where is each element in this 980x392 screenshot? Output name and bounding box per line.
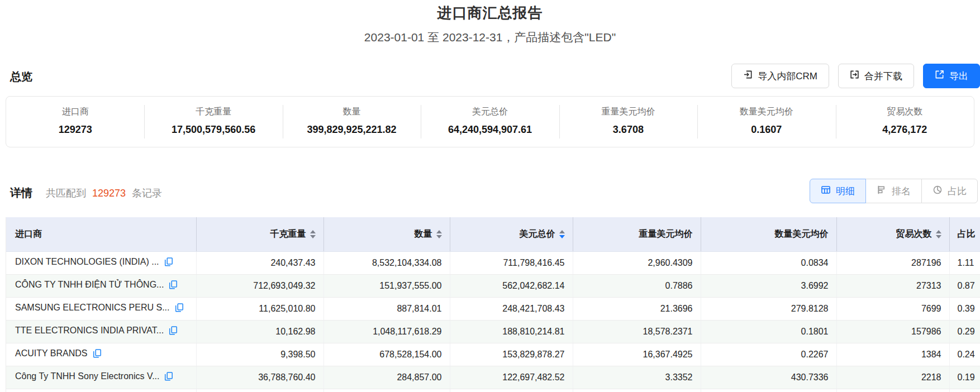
cell-trade-count: 157986 bbox=[836, 320, 949, 343]
stat-label: 贸易次数 bbox=[836, 106, 974, 118]
importers-table-container: 进口商 千克重量 数量 美元总价 重量美元均价 数量美元均价 贸易次数 占比 D… bbox=[6, 217, 980, 392]
col-label: 贸易次数 bbox=[896, 229, 932, 238]
tab-share-label: 占比 bbox=[948, 185, 967, 198]
match-suffix: 条记录 bbox=[132, 188, 162, 199]
table-row: DIXON TECHNOLOGIES (INDIA) ... 240,437.4… bbox=[6, 251, 980, 274]
cell-trade-count: 7699 bbox=[836, 297, 949, 320]
col-label: 千克重量 bbox=[270, 229, 306, 238]
copy-icon[interactable] bbox=[169, 326, 178, 337]
merge-download-label: 合并下载 bbox=[864, 70, 902, 83]
stat-importers: 进口商 129273 bbox=[6, 97, 144, 147]
cell-trade-count: 2218 bbox=[836, 366, 949, 389]
cell-kg-weight: 712,693,049.32 bbox=[196, 274, 324, 297]
sort-icon bbox=[936, 230, 941, 238]
stat-value: 399,829,925,221.82 bbox=[283, 124, 421, 136]
importer-name: DIXON TECHNOLOGIES (INDIA) ... bbox=[15, 257, 159, 266]
cell-kg-weight: 240,437.43 bbox=[196, 251, 324, 274]
stat-label: 美元总价 bbox=[421, 106, 559, 118]
overview-stats-card: 进口商 129273 千克重量 17,500,579,560.56 数量 399… bbox=[6, 96, 974, 147]
copy-icon[interactable] bbox=[93, 348, 102, 360]
cell-trade-count: 1384 bbox=[836, 343, 949, 366]
stat-value: 129273 bbox=[6, 124, 144, 136]
tab-detail[interactable]: 明细 bbox=[810, 179, 866, 203]
cell-quantity: 1,048,117,618.29 bbox=[324, 320, 450, 343]
col-label: 进口商 bbox=[15, 229, 42, 238]
cell-share: 0.29 bbox=[949, 320, 980, 343]
cell-usd-per-kg: 16,367.4925 bbox=[573, 343, 701, 366]
cell-usd-per-qty: 279.8128 bbox=[701, 297, 836, 320]
copy-icon[interactable] bbox=[164, 371, 173, 383]
stat-label: 千克重量 bbox=[144, 106, 282, 118]
cell-kg-weight: 10,162.98 bbox=[196, 320, 324, 343]
importers-table: 进口商 千克重量 数量 美元总价 重量美元均价 数量美元均价 贸易次数 占比 D… bbox=[6, 217, 980, 392]
table-header-row: 进口商 千克重量 数量 美元总价 重量美元均价 数量美元均价 贸易次数 占比 bbox=[6, 217, 980, 251]
col-header-quantity[interactable]: 数量 bbox=[324, 217, 450, 251]
cell-usd-per-qty: 3.6992 bbox=[701, 274, 836, 297]
tab-ranking[interactable]: 排名 bbox=[865, 179, 922, 203]
cell-usd-per-qty: 0.2267 bbox=[701, 343, 836, 366]
export-label: 导出 bbox=[949, 70, 968, 83]
cell-trade-count: 287196 bbox=[836, 251, 949, 274]
cell-usd-total: 122,697,482.52 bbox=[450, 366, 573, 389]
table-row: TTE ELECTRONICS INDIA PRIVAT... 10,162.9… bbox=[6, 320, 980, 343]
col-label: 美元总价 bbox=[520, 229, 555, 238]
cell-share: 0.39 bbox=[949, 297, 980, 320]
cell-usd-per-kg: 3.3352 bbox=[573, 366, 701, 389]
page-title: 进口商汇总报告 bbox=[0, 3, 980, 23]
tab-detail-label: 明细 bbox=[836, 185, 855, 198]
match-record-line: 共匹配到 129273 条记录 bbox=[46, 187, 162, 200]
cell-quantity: 8,532,104,334.08 bbox=[324, 251, 450, 274]
stat-value: 0.1607 bbox=[697, 124, 835, 136]
stat-label: 数量 bbox=[283, 106, 421, 118]
merge-download-button[interactable]: 合并下载 bbox=[838, 64, 914, 88]
table-row: ACUITY BRANDS 9,398.50 678,528,154.00 15… bbox=[6, 343, 980, 366]
view-switcher: 明细 排名 占比 bbox=[810, 179, 978, 203]
cell-kg-weight: 11,625,010.80 bbox=[196, 297, 324, 320]
cell-usd-per-qty: 430.7336 bbox=[701, 366, 836, 389]
col-header-kg-weight[interactable]: 千克重量 bbox=[196, 217, 324, 251]
importer-name: CÔNG TY TNHH ĐIỆN TỬ THÔNG... bbox=[15, 280, 164, 289]
col-header-usd-per-qty: 数量美元均价 bbox=[701, 217, 836, 251]
col-label: 重量美元均价 bbox=[639, 229, 693, 238]
table-row-partial bbox=[6, 389, 980, 392]
cell-usd-per-kg: 0.7886 bbox=[573, 274, 701, 297]
import-crm-button[interactable]: 导入内部CRM bbox=[731, 64, 829, 88]
cell-usd-per-kg: 18,578.2371 bbox=[573, 320, 701, 343]
cell-trade-count: 27313 bbox=[836, 274, 949, 297]
importer-name: SAMSUNG ELECTRONICS PERU S... bbox=[15, 303, 170, 312]
importer-name: Công Ty TNHH Sony Electronics V... bbox=[15, 371, 159, 381]
stat-value: 3.6708 bbox=[559, 124, 697, 136]
stat-value: 17,500,579,560.56 bbox=[144, 124, 282, 136]
cell-usd-per-qty: 0.1801 bbox=[701, 320, 836, 343]
cell-quantity: 284,857.00 bbox=[324, 366, 450, 389]
cell-share: 0.24 bbox=[949, 343, 980, 366]
col-label: 数量 bbox=[415, 229, 432, 238]
cell-usd-per-kg: 21.3696 bbox=[573, 297, 701, 320]
match-count: 129273 bbox=[92, 188, 126, 199]
cell-usd-per-qty: 0.0834 bbox=[701, 251, 836, 274]
copy-icon[interactable] bbox=[164, 257, 173, 269]
cell-quantity: 887,814.01 bbox=[324, 297, 450, 320]
toolbar: 导入内部CRM 合并下载 导出 bbox=[731, 64, 980, 88]
col-header-usd-per-kg: 重量美元均价 bbox=[573, 217, 701, 251]
match-prefix: 共匹配到 bbox=[46, 188, 86, 199]
stat-usd-per-qty: 数量美元均价 0.1607 bbox=[697, 97, 835, 147]
col-header-usd-total[interactable]: 美元总价 bbox=[450, 217, 573, 251]
export-button[interactable]: 导出 bbox=[923, 64, 980, 88]
cell-kg-weight: 9,398.50 bbox=[196, 343, 324, 366]
col-header-trade-count[interactable]: 贸易次数 bbox=[836, 217, 949, 251]
cell-usd-total: 711,798,416.45 bbox=[450, 251, 573, 274]
cell-quantity: 151,937,555.00 bbox=[324, 274, 450, 297]
import-crm-label: 导入内部CRM bbox=[758, 70, 817, 83]
cell-usd-total: 248,421,708.43 bbox=[450, 297, 573, 320]
copy-icon[interactable] bbox=[175, 303, 184, 314]
ranking-icon bbox=[877, 185, 887, 198]
cell-usd-total: 153,829,878.27 bbox=[450, 343, 573, 366]
cell-share: 0.19 bbox=[949, 366, 980, 389]
tab-share[interactable]: 占比 bbox=[921, 179, 978, 203]
copy-icon[interactable] bbox=[169, 280, 178, 291]
cell-quantity: 678,528,154.00 bbox=[324, 343, 450, 366]
export-icon bbox=[935, 70, 944, 82]
overview-heading: 总览 bbox=[10, 69, 32, 84]
col-header-share: 占比 bbox=[949, 217, 980, 251]
